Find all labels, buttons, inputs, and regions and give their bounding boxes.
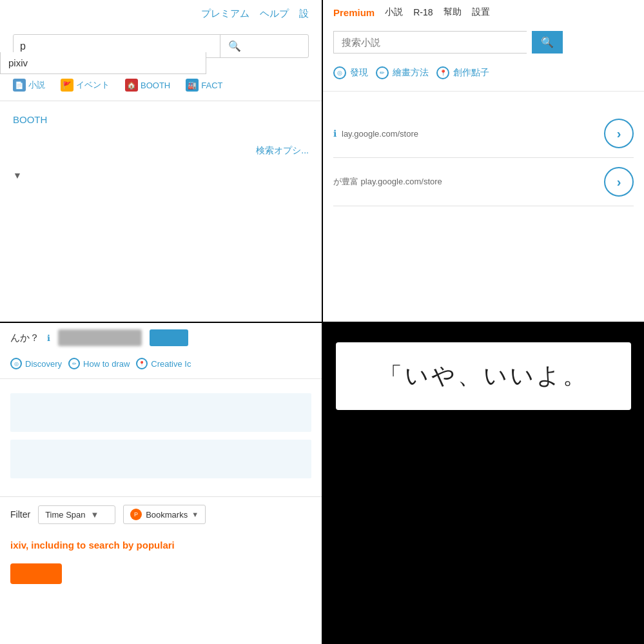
tr-discovery-label: 發現 [350, 67, 368, 79]
tr-draw-btn[interactable]: ✏ 繪畫方法 [376, 66, 429, 79]
compass-icon: ◎ [333, 66, 346, 79]
bl-content [0, 383, 322, 496]
br-text-box: 「いや、いいよ。 [336, 342, 631, 410]
bookmark-icon: P [130, 509, 142, 520]
bl-pencil-icon: ✏ [68, 358, 80, 369]
tr-list-text-1: lay.google.com/store [342, 129, 604, 139]
bl-content-block-2 [10, 440, 311, 478]
bl-filter-label: Filter [10, 509, 30, 520]
tr-search-input[interactable] [333, 31, 527, 54]
location-icon: 📍 [436, 66, 449, 79]
tl-topbar: プレミアム ヘルプ 設 [0, 0, 322, 28]
bl-bookmarks-select[interactable]: P Bookmarks ▼ [123, 505, 206, 524]
tr-search-button[interactable]: 🔍 [532, 31, 563, 54]
tl-section: BOOTH [0, 101, 322, 139]
bl-timespan-arrow: ▼ [91, 510, 99, 520]
tl-search-area: 🔍 pixiv [0, 28, 322, 64]
tr-settings-link[interactable]: 設置 [472, 6, 490, 18]
bl-timespan-label: Time Span [45, 510, 85, 520]
bl-discovery-btn[interactable]: ◎ Discovery [10, 358, 62, 369]
pencil-icon: ✏ [376, 66, 389, 79]
tl-dropdown-arrow: ▼ [0, 163, 322, 188]
bl-filter-row: Filter Time Span ▼ P Bookmarks ▼ [0, 496, 322, 532]
bl-info-icon: ℹ [47, 333, 50, 343]
tl-settings-link[interactable]: 設 [299, 8, 309, 20]
bl-location-icon: 📍 [136, 358, 148, 369]
tl-nav-event[interactable]: 🚩 イベント [54, 75, 116, 95]
bl-question-text: んか？ [10, 332, 39, 344]
tr-next-button-1[interactable]: › [604, 119, 634, 148]
tr-divider-1 [323, 91, 644, 92]
bl-draw-label: How to draw [83, 359, 130, 369]
bl-bookmarks-label: Bookmarks [146, 510, 188, 520]
tl-nav-novel[interactable]: 📄 小説 [6, 75, 52, 95]
tl-nav-factory[interactable]: 🏭 FACT [179, 75, 229, 95]
bl-creative-btn[interactable]: 📍 Creative Ic [136, 358, 191, 369]
tr-discovery-btn[interactable]: ◎ 發現 [333, 66, 368, 79]
bl-timespan-select[interactable]: Time Span ▼ [38, 505, 115, 524]
bl-compass-icon: ◎ [10, 358, 22, 369]
tr-draw-label: 繪畫方法 [393, 67, 429, 79]
bl-content-block-1 [10, 393, 311, 432]
tr-premium-label: Premium [333, 7, 375, 18]
tr-r18-link[interactable]: R-18 [413, 7, 433, 17]
bottom-left-panel: んか？ ℹ ◎ Discovery ✏ How to draw 📍 Creati… [0, 323, 322, 644]
tl-nav-bar: 📄 小説 🚩 イベント 🏠 BOOTH 🏭 FACT [0, 70, 322, 101]
tl-help-link[interactable]: ヘルプ [260, 8, 289, 20]
bl-nav-buttons: ◎ Discovery ✏ How to draw 📍 Creative Ic [0, 353, 322, 375]
bl-creative-label: Creative Ic [151, 359, 191, 369]
bl-divider-1 [0, 378, 322, 379]
bl-topbar: んか？ ℹ [0, 323, 322, 353]
tr-novel-link[interactable]: 小説 [385, 6, 403, 18]
bottom-right-panel: 「いや、いいよ。 [323, 323, 644, 644]
event-icon: 🚩 [61, 79, 73, 92]
tl-nav-factory-label: FACT [201, 81, 222, 90]
tl-nav-event-label: イベント [76, 79, 110, 91]
bl-bookmarks-arrow: ▼ [191, 511, 199, 518]
tl-search-options[interactable]: 検索オプシ... [0, 139, 322, 163]
tr-creative-label: 創作點子 [453, 67, 489, 79]
bl-blurred-username [58, 329, 142, 346]
bl-promo-text: ixiv, including to search by populari [0, 532, 322, 558]
tl-nav-novel-label: 小説 [28, 79, 45, 91]
bl-button-area [0, 558, 322, 589]
novel-icon: 📄 [13, 79, 26, 92]
tr-topbar: Premium 小説 R-18 幫助 設置 [323, 0, 644, 24]
tr-search-area: 🔍 [323, 24, 644, 60]
top-left-panel: プレミアム ヘルプ 設 🔍 pixiv 📄 小説 🚩 イベント 🏠 BOOTH … [0, 0, 322, 322]
tr-help-link[interactable]: 幫助 [444, 6, 462, 18]
tl-autocomplete-dropdown: pixiv [0, 52, 206, 74]
tl-nav-booth-label: BOOTH [141, 81, 170, 90]
tr-content: ℹ lay.google.com/store › が豊富 play.google… [323, 97, 644, 219]
tl-nav-booth[interactable]: 🏠 BOOTH [119, 75, 177, 95]
bl-cta-button[interactable] [10, 563, 62, 584]
factory-icon: 🏭 [186, 79, 199, 92]
tl-premium-link[interactable]: プレミアム [201, 8, 249, 20]
br-japanese-text: 「いや、いいよ。 [379, 360, 589, 392]
tr-list-item-2: が豊富 play.google.com/store › [333, 158, 634, 206]
info-icon-1: ℹ [333, 128, 337, 139]
top-right-panel: Premium 小説 R-18 幫助 設置 🔍 ◎ 發現 ✏ 繪畫方法 📍 創作… [323, 0, 644, 322]
tr-next-button-2[interactable]: › [604, 167, 634, 197]
tr-creative-btn[interactable]: 📍 創作點子 [436, 66, 489, 79]
tl-search-button[interactable]: 🔍 [220, 35, 249, 57]
tr-list-item-1: ℹ lay.google.com/store › [333, 110, 634, 158]
bl-discovery-label: Discovery [25, 359, 62, 369]
tl-autocomplete-item[interactable]: pixiv [1, 52, 206, 73]
tr-list-text-2: が豊富 play.google.com/store [333, 176, 604, 188]
tr-nav-buttons: ◎ 發現 ✏ 繪畫方法 📍 創作點子 [323, 60, 644, 86]
bl-draw-btn[interactable]: ✏ How to draw [68, 358, 130, 369]
tl-booth-link[interactable]: BOOTH [13, 114, 47, 125]
booth-icon: 🏠 [125, 79, 138, 92]
bl-action-button[interactable] [150, 329, 188, 346]
